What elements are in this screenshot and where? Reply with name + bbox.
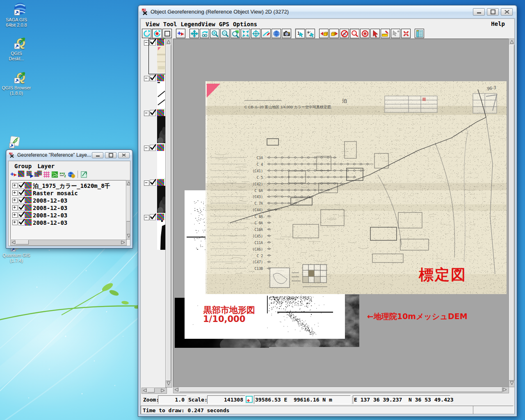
panel-horizontal-scrollbar[interactable]	[142, 388, 167, 394]
layer-thumbnail[interactable]	[157, 81, 166, 108]
collapse-box[interactable]	[144, 111, 149, 116]
scroll-arrow-right[interactable]	[502, 387, 507, 392]
survey-map-image[interactable]: 96-3C CB-ル-20 富山地区 1/4,000 カラー空中写真標定図泊C3…	[205, 81, 507, 294]
scroll-arrow-left[interactable]	[11, 240, 16, 244]
prev-object-icon[interactable]	[319, 29, 329, 38]
scroll-thumb[interactable]	[147, 388, 155, 393]
layer-entry[interactable]	[142, 144, 165, 179]
layer-list-item[interactable]: 2008-12-03	[11, 219, 125, 226]
move-point-icon[interactable]	[401, 29, 411, 38]
visibility-check[interactable]	[18, 219, 25, 226]
menu-help[interactable]: Help	[491, 21, 505, 27]
target-point-icon[interactable]	[360, 29, 370, 38]
menu-tool[interactable]: Tool	[163, 21, 177, 27]
expand-box[interactable]	[12, 190, 18, 196]
add-object-icon[interactable]	[176, 29, 185, 38]
collapse-box[interactable]	[144, 215, 149, 220]
layer-thumbnail[interactable]	[157, 186, 166, 213]
no-edit-icon[interactable]	[340, 29, 349, 38]
auto-redraw-icon[interactable]	[152, 29, 162, 38]
visibility-checkbox[interactable]	[150, 110, 156, 116]
layer-entry[interactable]	[142, 179, 165, 214]
georef-icon[interactable]	[67, 171, 75, 178]
menu-options[interactable]: Options	[233, 21, 257, 27]
globe-icon[interactable]	[272, 29, 281, 38]
zoom-in-icon[interactable]	[210, 29, 219, 38]
pan-icon[interactable]	[189, 29, 199, 38]
desktop-icon-qgis-browser[interactable]: Q QGIS Browser (1.8.0)	[2, 70, 31, 96]
scale-field[interactable]: 141308	[207, 395, 245, 404]
redraw-icon[interactable]	[142, 29, 151, 38]
grid-icon[interactable]	[43, 171, 50, 178]
maximize-button[interactable]	[105, 152, 116, 158]
canvas-vertical-scrollbar[interactable]	[509, 39, 515, 387]
expand-box[interactable]	[12, 198, 18, 203]
close-button[interactable]	[118, 152, 130, 158]
raster-icon[interactable]	[18, 171, 26, 178]
scroll-thumb[interactable]	[509, 45, 514, 381]
scroll-arrow-left[interactable]	[174, 387, 179, 392]
list-vertical-scrollbar[interactable]	[126, 180, 130, 240]
menu-legendview[interactable]: LegendView	[180, 21, 215, 27]
sketch-icon[interactable]	[261, 29, 271, 38]
zoom-point-icon[interactable]	[350, 29, 359, 38]
collapse-box[interactable]	[144, 180, 149, 186]
zoom-box-icon[interactable]	[231, 29, 240, 38]
panel-vertical-scrollbar[interactable]	[165, 39, 172, 388]
visibility-checkbox[interactable]	[150, 180, 156, 186]
layer-thumbnail[interactable]	[157, 116, 166, 143]
visibility-checkbox[interactable]	[150, 145, 156, 151]
scale-lock-button[interactable]	[246, 396, 253, 403]
pointer-red-icon[interactable]	[370, 29, 380, 38]
map-canvas[interactable]: 黒部市地形図1/10,000 96-3C CB-ル-20 富山地区 1/4,00…	[173, 39, 509, 387]
visibility-check[interactable]	[18, 212, 25, 218]
scroll-arrow-up[interactable]	[126, 181, 130, 185]
layers-titlebar[interactable]: MU Georeference "Reference" Laye...	[7, 150, 132, 160]
maximize-button[interactable]	[487, 8, 499, 16]
scroll-arrow-up[interactable]	[166, 39, 171, 44]
layer-thumbnail[interactable]	[157, 220, 166, 250]
desktop-icon-partial[interactable]	[7, 135, 23, 150]
main-titlebar[interactable]: MU Object Georeferencing (Reference Obje…	[139, 6, 516, 18]
scroll-thumb[interactable]	[166, 45, 171, 381]
locate-icon[interactable]	[251, 29, 260, 38]
close-button[interactable]	[501, 8, 513, 16]
scroll-thumb[interactable]	[126, 186, 130, 221]
minimize-button[interactable]	[92, 152, 103, 158]
layer-entry[interactable]	[142, 213, 165, 249]
scroll-arrow-left[interactable]	[142, 388, 147, 393]
select-pm-icon[interactable]: +-	[306, 29, 315, 38]
next-object-icon[interactable]	[329, 29, 339, 38]
visibility-checkbox[interactable]	[150, 75, 156, 81]
scroll-arrow-down[interactable]	[509, 381, 514, 386]
zoom-full-icon[interactable]	[241, 29, 250, 38]
vector-icon[interactable]	[51, 171, 59, 178]
measure-icon[interactable]	[381, 29, 390, 38]
menu-layer[interactable]: Layer	[37, 163, 55, 169]
collapse-box[interactable]	[144, 76, 149, 81]
visibility-checkbox[interactable]	[150, 214, 156, 220]
raster-display-icon[interactable]	[26, 171, 34, 178]
visibility-check[interactable]	[18, 205, 25, 211]
zoom-field[interactable]: 1.0	[158, 395, 187, 404]
expand-box[interactable]	[12, 205, 18, 210]
visibility-check[interactable]	[18, 183, 25, 189]
menu-gps[interactable]: GPS	[219, 21, 229, 27]
layer-list-item[interactable]: Raster mosaic	[11, 189, 125, 197]
scroll-arrow-right[interactable]	[160, 388, 165, 393]
layer-list-item[interactable]: 2008-12-03	[11, 197, 125, 204]
scroll-thumb[interactable]	[179, 387, 502, 392]
canvas-horizontal-scrollbar[interactable]	[173, 387, 509, 393]
pan-drag-icon[interactable]	[200, 29, 209, 38]
scroll-arrow-down[interactable]	[166, 381, 171, 386]
add-point-icon[interactable]	[391, 29, 400, 38]
expand-box[interactable]	[12, 212, 18, 218]
select-one-icon[interactable]: 1	[295, 29, 305, 38]
layer-entry[interactable]	[142, 109, 165, 144]
layer-entry[interactable]	[142, 74, 165, 110]
scroll-arrow-down[interactable]	[126, 233, 130, 238]
layer-list-item[interactable]: 泊_1975_カラー_1620m_8千	[11, 182, 125, 189]
visibility-check[interactable]	[18, 190, 25, 196]
desktop-icon-saga-gis[interactable]: SAGA GIS 64bit 2.0.8	[2, 2, 31, 28]
menu-view[interactable]: View	[146, 21, 160, 27]
